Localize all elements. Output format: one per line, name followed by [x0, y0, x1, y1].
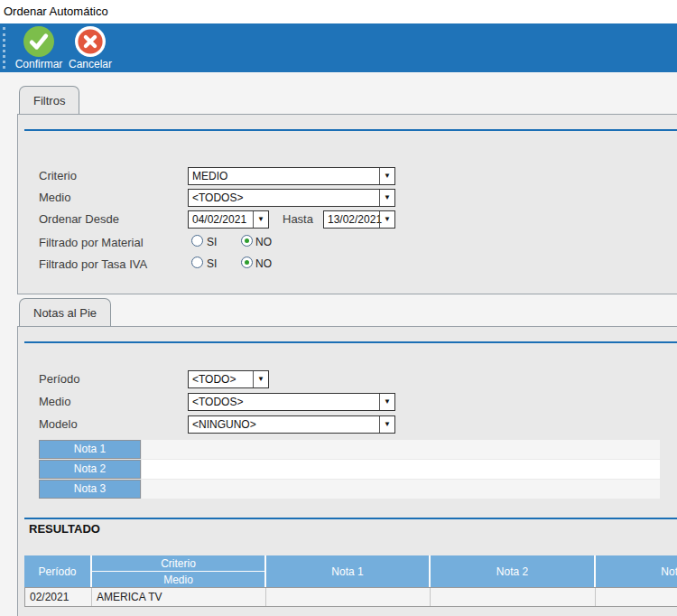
col-header-periodo[interactable]: Período: [24, 555, 90, 587]
nota2-button-label: Nota 2: [74, 462, 106, 475]
notas-medio-dropdown-value: <TODOS>: [192, 396, 243, 408]
notas-medio-dropdown[interactable]: <TODOS> ▼: [188, 393, 395, 411]
medio-dropdown[interactable]: <TODOS> ▼: [188, 189, 395, 207]
chevron-down-icon: ▼: [379, 190, 394, 206]
notas-top-rule: [24, 341, 677, 343]
modelo-dropdown-value: <NINGUNO>: [192, 418, 256, 431]
toolbar: Confirmar Cancelar: [0, 23, 677, 72]
confirm-button[interactable]: Confirmar: [9, 26, 69, 70]
confirm-button-label: Confirmar: [9, 58, 69, 70]
col-header-criterio[interactable]: Criterio: [92, 555, 264, 571]
tab-filtros[interactable]: Filtros: [19, 86, 79, 114]
cancel-x-icon: [75, 26, 106, 57]
cell-nota3: [596, 588, 677, 606]
periodo-dropdown[interactable]: <TODO> ▼: [188, 370, 269, 388]
window-title: Ordenar Automático: [4, 5, 108, 18]
fecha-hasta-dropdown[interactable]: 13/02/2021 ▼: [323, 210, 395, 229]
nota3-button-label: Nota 3: [74, 482, 106, 495]
material-no-label: NO: [255, 236, 272, 248]
cell-periodo: 02/2021: [25, 588, 92, 606]
cancel-button-label: Cancelar: [63, 58, 117, 70]
chevron-down-icon: ▼: [379, 394, 394, 410]
filtrado-material-label: Filtrado por Material: [39, 236, 144, 249]
cell-nota1: [266, 588, 431, 606]
cell-medio: AMERICA TV: [92, 588, 266, 606]
periodo-label: Período: [39, 372, 80, 386]
hasta-label: Hasta: [283, 212, 313, 226]
nota1-field[interactable]: [142, 440, 660, 459]
nota3-field[interactable]: [142, 480, 660, 499]
chevron-down-icon: ▼: [379, 168, 394, 184]
material-si-label: SI: [207, 236, 217, 248]
medio-label: Medio: [39, 191, 70, 204]
resultado-table-header: Período Criterio Medio Nota 1: [24, 555, 677, 587]
material-si-radio[interactable]: [191, 235, 203, 247]
material-no-radio[interactable]: [241, 235, 253, 247]
chevron-down-icon: ▼: [253, 371, 268, 387]
nota2-button[interactable]: Nota 2: [39, 460, 141, 479]
modelo-label: Modelo: [39, 417, 78, 431]
criterio-dropdown-value: MEDIO: [192, 170, 227, 182]
modelo-dropdown[interactable]: <NINGUNO> ▼: [188, 415, 395, 434]
resultado-separator-rule: [24, 518, 677, 519]
cancel-button[interactable]: Cancelar: [63, 26, 117, 70]
nota1-button[interactable]: Nota 1: [39, 440, 141, 459]
nota2-field[interactable]: [142, 460, 660, 479]
ordenar-desde-label: Ordenar Desde: [39, 212, 119, 226]
iva-si-label: SI: [207, 257, 217, 270]
iva-no-radio[interactable]: [241, 257, 253, 268]
periodo-dropdown-value: <TODO>: [192, 373, 236, 386]
fecha-desde-value: 04/02/2021: [192, 213, 246, 226]
toolbar-grip-handle[interactable]: [3, 27, 5, 69]
nota3-button[interactable]: Nota 3: [39, 480, 141, 499]
col-header-nota1[interactable]: Nota 1: [266, 555, 429, 587]
tab-notas-al-pie[interactable]: Notas al Pie: [19, 298, 111, 326]
chevron-down-icon: ▼: [379, 416, 394, 433]
title-bar: Ordenar Automático: [0, 0, 677, 23]
tab-notas-label: Notas al Pie: [33, 306, 97, 320]
col-header-nota3[interactable]: Nota 3: [596, 555, 677, 587]
criterio-dropdown[interactable]: MEDIO ▼: [188, 167, 395, 185]
notas-medio-label: Medio: [39, 395, 70, 408]
medio-dropdown-value: <TODOS>: [192, 191, 243, 204]
fecha-hasta-value: 13/02/2021: [328, 213, 382, 226]
resultado-table: Período Criterio Medio Nota 1: [24, 555, 677, 610]
confirm-check-icon: [23, 26, 54, 57]
cell-nota2: [431, 588, 596, 606]
table-row[interactable]: 02/2021 AMERICA TV: [24, 587, 677, 607]
resultado-title: RESULTADO: [29, 522, 100, 536]
filtrado-iva-label: Filtrado por Tasa IVA: [39, 257, 147, 271]
chevron-down-icon: ▼: [253, 211, 268, 228]
col-header-medio[interactable]: Medio: [92, 572, 264, 587]
col-header-criterio-medio: Criterio Medio: [92, 555, 264, 587]
tab-filtros-label: Filtros: [33, 94, 65, 107]
iva-no-label: NO: [255, 257, 272, 270]
chevron-down-icon: ▼: [379, 211, 394, 228]
criterio-label: Criterio: [39, 169, 77, 182]
nota1-button-label: Nota 1: [74, 443, 106, 455]
ordenar-automatico-window: Ordenar Automático Confirmar Cancelar: [0, 0, 677, 616]
fecha-desde-dropdown[interactable]: 04/02/2021 ▼: [188, 210, 269, 229]
iva-si-radio[interactable]: [191, 257, 203, 268]
filtros-top-rule: [24, 129, 677, 131]
col-header-nota2[interactable]: Nota 2: [431, 555, 594, 587]
